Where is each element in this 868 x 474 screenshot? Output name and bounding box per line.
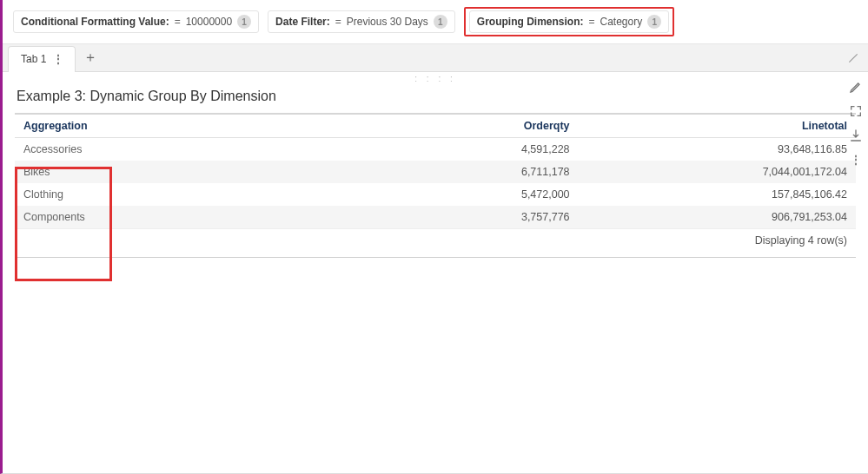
cell-aggregation: Components bbox=[15, 206, 301, 229]
filter-count-badge: 1 bbox=[434, 15, 447, 29]
filter-operator: = bbox=[335, 16, 341, 28]
app-root: Conditional Formatting Value: = 10000000… bbox=[0, 0, 868, 474]
tab-tab1[interactable]: Tab 1 ⋮ bbox=[8, 46, 76, 72]
tab-label: Tab 1 bbox=[21, 53, 46, 65]
plus-icon: ＋ bbox=[83, 49, 97, 67]
table-row[interactable]: Clothing 5,472,000 157,845,106.42 bbox=[15, 183, 856, 206]
more-vert-icon[interactable]: ⋮ bbox=[848, 151, 864, 168]
content-area: : : : : Example 3: Dynamic Group By Dime… bbox=[3, 72, 868, 267]
col-header-linetotal[interactable]: Linetotal bbox=[579, 115, 856, 138]
filter-value: Previous 30 Days bbox=[347, 16, 428, 28]
table-footer-row: Displaying 4 row(s) bbox=[15, 229, 856, 253]
filter-label: Grouping Dimension: bbox=[477, 16, 584, 28]
cell-orderqty: 3,757,776 bbox=[301, 206, 578, 229]
table-divider bbox=[15, 257, 856, 258]
side-toolbar: ⋮ bbox=[847, 78, 865, 168]
cell-orderqty: 5,472,000 bbox=[301, 183, 578, 206]
more-vert-icon[interactable]: ⋮ bbox=[53, 53, 64, 65]
download-icon[interactable] bbox=[847, 127, 865, 144]
filter-label: Conditional Formatting Value: bbox=[21, 16, 169, 28]
drag-handle-icon[interactable]: : : : : bbox=[15, 72, 856, 83]
filter-value: 10000000 bbox=[186, 16, 232, 28]
section-title: Example 3: Dynamic Group By Dimension bbox=[17, 89, 856, 104]
cell-linetotal: 93,648,116.85 bbox=[579, 138, 856, 161]
tab-bar: Tab 1 ⋮ ＋ bbox=[3, 44, 868, 72]
add-tab-button[interactable]: ＋ bbox=[79, 47, 102, 69]
cell-orderqty: 4,591,228 bbox=[301, 138, 578, 161]
row-count-text: Displaying 4 row(s) bbox=[15, 229, 856, 253]
filter-chip-grouping-dimension[interactable]: Grouping Dimension: = Category 1 bbox=[469, 10, 669, 33]
filter-value: Category bbox=[600, 16, 643, 28]
filter-operator: = bbox=[175, 16, 181, 28]
filter-chip-date[interactable]: Date Filter: = Previous 30 Days 1 bbox=[268, 10, 455, 33]
data-table: Aggregation Orderqty Linetotal Accessori… bbox=[15, 115, 856, 252]
annotation-highlight-grouping: Grouping Dimension: = Category 1 bbox=[464, 7, 674, 36]
filter-operator: = bbox=[589, 16, 595, 28]
cell-linetotal: 906,791,253.04 bbox=[579, 206, 856, 229]
filter-count-badge: 1 bbox=[647, 15, 661, 29]
cell-linetotal: 157,845,106.42 bbox=[579, 183, 856, 206]
col-header-aggregation[interactable]: Aggregation bbox=[15, 115, 301, 138]
filter-count-badge: 1 bbox=[237, 15, 251, 29]
cell-aggregation: Accessories bbox=[15, 138, 301, 161]
filter-label: Date Filter: bbox=[275, 16, 330, 28]
cell-aggregation: Bikes bbox=[15, 161, 301, 183]
table-row[interactable]: Accessories 4,591,228 93,648,116.85 bbox=[15, 138, 856, 161]
expand-icon[interactable] bbox=[847, 102, 865, 120]
table-header-row: Aggregation Orderqty Linetotal bbox=[15, 115, 856, 138]
cell-orderqty: 6,711,178 bbox=[301, 161, 578, 183]
filter-chip-conditional-formatting[interactable]: Conditional Formatting Value: = 10000000… bbox=[13, 10, 259, 33]
edit-corner-icon[interactable] bbox=[847, 52, 863, 64]
edit-pencil-icon[interactable] bbox=[847, 78, 865, 95]
filter-bar: Conditional Formatting Value: = 10000000… bbox=[3, 0, 868, 44]
col-header-orderqty[interactable]: Orderqty bbox=[301, 115, 578, 138]
data-table-wrap: Aggregation Orderqty Linetotal Accessori… bbox=[15, 113, 856, 258]
table-row[interactable]: Bikes 6,711,178 7,044,001,172.04 bbox=[15, 161, 856, 183]
cell-linetotal: 7,044,001,172.04 bbox=[579, 161, 856, 183]
cell-aggregation: Clothing bbox=[15, 183, 301, 206]
table-row[interactable]: Components 3,757,776 906,791,253.04 bbox=[15, 206, 856, 229]
